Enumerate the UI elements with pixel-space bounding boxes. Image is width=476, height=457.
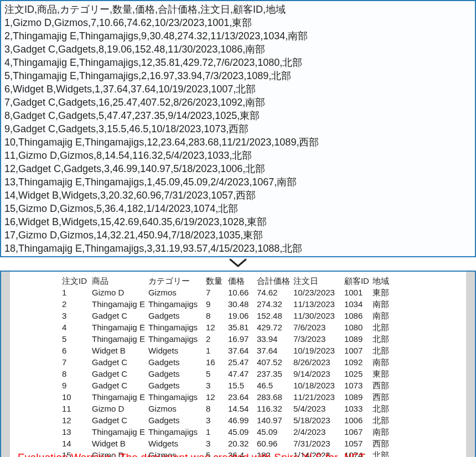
table-cell: 274.32	[257, 298, 293, 310]
table-cell: 1034	[344, 298, 372, 310]
table-cell: 140.97	[257, 414, 293, 426]
table-cell: 11	[62, 403, 92, 414]
table-cell: 116.32	[257, 403, 293, 414]
table-cell: 407.52	[257, 356, 293, 368]
table-cell: Gadgets	[148, 380, 206, 391]
table-row: 5Thingamajig EThingamajigs216.9733.947/3…	[62, 333, 400, 345]
table-row: 11Gizmo DGizmos814.54116.325/4/20231033北…	[62, 403, 400, 414]
table-cell: 3	[62, 310, 92, 321]
csv-text-panel: 注文ID,商品,カテゴリー,数量,価格,合計価格,注文日,顧客ID,地域 1,G…	[0, 0, 476, 257]
csv-data-line: 7,Gadget C,Gadgets,16,25.47,407.52,8/26/…	[4, 96, 472, 109]
table-cell: 7	[62, 356, 92, 368]
column-header: 合計価格	[257, 275, 293, 287]
table-cell: 16	[206, 356, 228, 368]
csv-data-line: 3,Gadget C,Gadgets,8,19.06,152.48,11/30/…	[4, 43, 472, 56]
table-cell: 9	[206, 298, 228, 310]
table-cell: 3	[206, 414, 228, 426]
table-cell: 1089	[344, 391, 372, 403]
table-row: 2Thingamajig EThingamajigs930.48274.3211…	[62, 298, 400, 310]
table-cell: 西部	[372, 438, 400, 449]
csv-data-line: 1,Gizmo D,Gizmos,7,10.66,74.62,10/23/202…	[4, 16, 472, 29]
table-cell: 8	[62, 368, 92, 380]
table-cell: 1001	[344, 287, 372, 298]
table-row: 14Widget BWidgets320.3260.967/31/2023105…	[62, 438, 400, 449]
table-cell: 南部	[372, 298, 400, 310]
table-cell: Gizmos	[148, 287, 206, 298]
table-cell: Gadgets	[148, 414, 206, 426]
column-header: 地域	[372, 275, 400, 287]
csv-data-line: 8,Gadget C,Gadgets,5,47.47,237.35,9/14/2…	[4, 109, 472, 122]
table-cell: 8/26/2023	[293, 356, 344, 368]
table-row: 12Gadget CGadgets346.99140.975/18/202310…	[62, 414, 400, 426]
table-cell: 30.48	[228, 298, 257, 310]
table-cell: Widgets	[148, 438, 206, 449]
table-cell: Widget B	[92, 438, 148, 449]
table-row: 13Thingamajig EThingamajigs145.0945.092/…	[62, 426, 400, 438]
table-cell: Thingamajigs	[148, 391, 206, 403]
table-cell: 1007	[344, 345, 372, 356]
table-cell: 1080	[344, 321, 372, 333]
table-cell: Widgets	[148, 345, 206, 356]
table-cell: Gizmos	[148, 403, 206, 414]
table-cell: 5	[62, 333, 92, 345]
table-cell: Thingamajig E	[92, 321, 148, 333]
table-cell: 20.32	[228, 438, 257, 449]
table-cell: Thingamajig E	[92, 333, 148, 345]
table-cell: 4	[62, 321, 92, 333]
table-cell: 46.99	[228, 414, 257, 426]
table-cell: 3	[206, 380, 228, 391]
table-cell: 47.47	[228, 368, 257, 380]
table-cell: 11/30/2023	[293, 310, 344, 321]
table-cell: 152.48	[257, 310, 293, 321]
csv-data-line: 10,Thingamajig E,Thingamajigs,12,23.64,2…	[4, 136, 472, 149]
table-cell: 1033	[344, 403, 372, 414]
table-cell: 7	[206, 287, 228, 298]
column-header: 注文ID	[62, 275, 92, 287]
table-cell: 37.64	[228, 345, 257, 356]
table-cell: Thingamajigs	[148, 426, 206, 438]
table-cell: Widget B	[92, 345, 148, 356]
column-header: 数量	[206, 275, 228, 287]
table-cell: 西部	[372, 380, 400, 391]
csv-data-line: 16,Widget B,Widgets,15,42.69,640.35,6/19…	[4, 215, 472, 228]
column-header: 顧客ID	[344, 275, 372, 287]
table-cell: 237.35	[257, 368, 293, 380]
csv-data-line: 4,Thingamajig E,Thingamajigs,12,35.81,42…	[4, 56, 472, 69]
table-cell: 2	[206, 333, 228, 345]
table-cell: 10/19/2023	[293, 345, 344, 356]
table-cell: 60.96	[257, 438, 293, 449]
table-cell: 10.66	[228, 287, 257, 298]
table-cell: 15.5	[228, 380, 257, 391]
table-row: 9Gadget CGadgets315.546.510/18/20231073西…	[62, 380, 400, 391]
table-cell: 北部	[372, 321, 400, 333]
table-cell: 南部	[372, 426, 400, 438]
table-cell: 37.64	[257, 345, 293, 356]
table-cell: Gadgets	[148, 368, 206, 380]
column-header: 注文日	[293, 275, 344, 287]
table-cell: 12	[206, 321, 228, 333]
table-cell: 11/13/2023	[293, 298, 344, 310]
table-cell: 45.09	[228, 426, 257, 438]
table-cell: Gizmo D	[92, 403, 148, 414]
table-cell: 東部	[372, 368, 400, 380]
table-cell: Gadget C	[92, 310, 148, 321]
csv-data-line: 12,Gadget C,Gadgets,3,46.99,140.97,5/18/…	[4, 162, 472, 175]
table-cell: 16.97	[228, 333, 257, 345]
csv-data-line: 11,Gizmo D,Gizmos,8,14.54,116.32,5/4/202…	[4, 149, 472, 162]
table-cell: 5	[206, 368, 228, 380]
table-cell: 1067	[344, 426, 372, 438]
table-cell: 1	[62, 287, 92, 298]
table-cell: 北部	[372, 449, 400, 457]
table-cell: 5/18/2023	[293, 414, 344, 426]
csv-data-line: 9,Gadget C,Gadgets,3,15.5,46.5,10/18/202…	[4, 122, 472, 136]
table-cell: 14.54	[228, 403, 257, 414]
table-cell: Gadget C	[92, 356, 148, 368]
table-cell: 3	[206, 438, 228, 449]
table-cell: Gadget C	[92, 368, 148, 380]
table-cell: 8	[206, 403, 228, 414]
down-arrow-icon	[0, 257, 476, 271]
table-cell: 北部	[372, 403, 400, 414]
table-cell: 北部	[372, 345, 400, 356]
table-cell: 7/31/2023	[293, 438, 344, 449]
table-cell: 9	[62, 380, 92, 391]
